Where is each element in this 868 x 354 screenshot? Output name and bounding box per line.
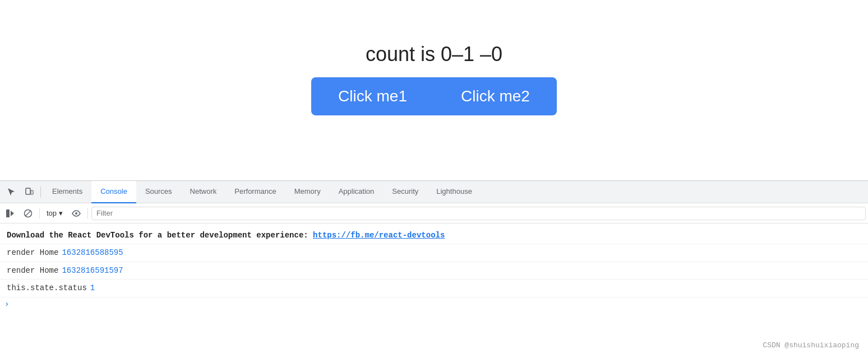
toolbar-divider xyxy=(39,208,40,219)
react-devtools-link[interactable]: https://fb.me/react-devtools xyxy=(313,229,445,241)
tab-divider xyxy=(40,187,41,198)
tab-security[interactable]: Security xyxy=(383,181,427,203)
cursor-icon xyxy=(7,188,16,197)
tab-network[interactable]: Network xyxy=(181,181,226,203)
svg-marker-3 xyxy=(11,211,14,216)
tab-application[interactable]: Application xyxy=(330,181,384,203)
inspect-element-button[interactable] xyxy=(2,183,20,201)
tab-memory[interactable]: Memory xyxy=(285,181,330,203)
device-icon xyxy=(25,188,34,197)
console-line-state: this.state.status 1 xyxy=(0,280,868,297)
eye-icon xyxy=(72,209,81,218)
tab-elements[interactable]: Elements xyxy=(43,181,91,203)
buttons-row: Click me1 Click me2 xyxy=(311,77,557,115)
watermark: CSDN @shuishuixiaoping xyxy=(763,341,859,350)
render-home-2-number: 1632816591597 xyxy=(62,264,123,277)
tab-lighthouse[interactable]: Lighthouse xyxy=(427,181,481,203)
render-home-1-text: render Home xyxy=(7,246,58,259)
eye-button[interactable] xyxy=(68,206,84,221)
device-toolbar-button[interactable] xyxy=(20,183,38,201)
block-button[interactable] xyxy=(20,206,36,221)
browser-content: count is 0–1 –0 Click me1 Click me2 xyxy=(0,0,868,180)
context-label: top xyxy=(47,209,57,217)
block-icon xyxy=(24,209,33,218)
devtools-tab-bar: Elements Console Sources Network Perform… xyxy=(0,181,868,203)
console-line-render1: render Home 1632816588595 xyxy=(0,244,868,262)
toolbar-divider-2 xyxy=(87,208,88,219)
state-status-number: 1 xyxy=(90,282,95,294)
filter-input[interactable] xyxy=(91,207,866,220)
svg-rect-2 xyxy=(6,209,10,217)
console-prompt-row: › xyxy=(0,297,868,311)
console-toolbar: top ▾ xyxy=(0,203,868,223)
render-home-2-text: render Home xyxy=(7,264,58,277)
svg-line-5 xyxy=(25,211,31,216)
play-icon xyxy=(6,209,15,218)
context-dropdown[interactable]: top ▾ xyxy=(43,208,66,218)
render-home-1-number: 1632816588595 xyxy=(62,246,123,259)
devtools-panel: Elements Console Sources Network Perform… xyxy=(0,180,868,354)
chevron-right-icon: › xyxy=(4,300,9,309)
console-output: Download the React DevTools for a better… xyxy=(0,223,868,354)
click-me2-button[interactable]: Click me2 xyxy=(434,77,557,115)
svg-rect-0 xyxy=(26,188,30,194)
tab-performance[interactable]: Performance xyxy=(225,181,285,203)
dropdown-arrow-icon: ▾ xyxy=(59,209,63,217)
console-line-react-devtools: Download the React DevTools for a better… xyxy=(0,227,868,244)
console-line-render2: render Home 1632816591597 xyxy=(0,262,868,280)
state-status-text: this.state.status xyxy=(7,282,87,294)
click-me1-button[interactable]: Click me1 xyxy=(311,77,434,115)
run-script-button[interactable] xyxy=(2,206,18,221)
count-display: count is 0–1 –0 xyxy=(366,43,502,66)
tab-console[interactable]: Console xyxy=(91,181,136,203)
tab-sources[interactable]: Sources xyxy=(136,181,181,203)
react-devtools-text: Download the React DevTools for a better… xyxy=(7,229,313,241)
svg-rect-1 xyxy=(31,190,33,194)
svg-point-6 xyxy=(75,212,77,215)
